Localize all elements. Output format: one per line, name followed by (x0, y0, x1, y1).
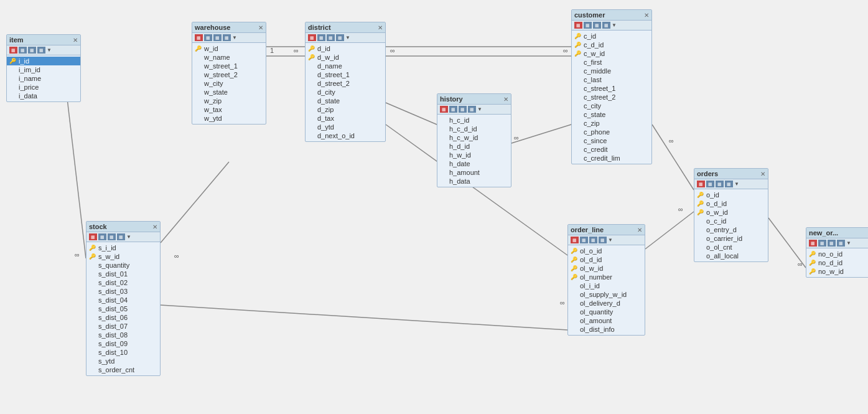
table-close-district[interactable]: ✕ (378, 24, 383, 31)
table-row-item-i_id[interactable]: 🔑i_id (7, 57, 80, 65)
table-row-stock-s_quantity[interactable]: s_quantity (86, 261, 160, 270)
table-row-order_line-ol_amount[interactable]: ol_amount (568, 316, 645, 325)
toolbar-dropdown[interactable]: ▼ (734, 181, 739, 187)
table-header-warehouse[interactable]: warehouse✕ (192, 22, 266, 33)
table-row-history-h_d_id[interactable]: h_d_id (437, 142, 511, 151)
toolbar-dropdown[interactable]: ▼ (608, 237, 613, 243)
table-row-orders-o_c_id[interactable]: o_c_id (694, 217, 768, 225)
table-row-customer-c_since[interactable]: c_since (572, 136, 651, 145)
toolbar-icon-edit[interactable]: ▦ (89, 233, 97, 240)
table-row-customer-c_w_id[interactable]: 🔑c_w_id (572, 49, 651, 58)
table-row-warehouse-w_name[interactable]: w_name (192, 53, 266, 62)
table-row-orders-o_ol_cnt[interactable]: o_ol_cnt (694, 243, 768, 252)
table-row-district-d_city[interactable]: d_city (306, 88, 385, 96)
table-header-customer[interactable]: customer✕ (572, 10, 651, 21)
table-row-orders-o_d_id[interactable]: 🔑o_d_id (694, 199, 768, 208)
toolbar-icon-rows[interactable]: ▦ (468, 106, 476, 113)
toolbar-icon-cols[interactable]: ▦ (459, 106, 467, 113)
toolbar-icon-cols[interactable]: ▦ (28, 47, 36, 54)
table-row-district-d_tax[interactable]: d_tax (306, 114, 385, 123)
table-row-orders-o_entry_d[interactable]: o_entry_d (694, 225, 768, 234)
table-row-district-d_street_1[interactable]: d_street_1 (306, 70, 385, 79)
toolbar-icon-rows[interactable]: ▦ (336, 34, 344, 41)
table-header-district[interactable]: district✕ (306, 22, 385, 33)
toolbar-icon-grid[interactable]: ▦ (449, 106, 457, 113)
toolbar-icon-grid[interactable]: ▦ (818, 240, 826, 247)
table-header-stock[interactable]: stock✕ (86, 222, 160, 232)
table-row-history-h_c_w_id[interactable]: h_c_w_id (437, 133, 511, 142)
table-row-history-h_c_d_id[interactable]: h_c_d_id (437, 125, 511, 133)
table-row-orders-o_all_local[interactable]: o_all_local (694, 252, 768, 260)
table-row-customer-c_last[interactable]: c_last (572, 75, 651, 84)
toolbar-icon-grid[interactable]: ▦ (98, 233, 106, 240)
table-row-history-h_c_id[interactable]: h_c_id (437, 116, 511, 125)
table-row-orders-o_w_id[interactable]: 🔑o_w_id (694, 208, 768, 217)
toolbar-icon-cols[interactable]: ▦ (213, 34, 222, 41)
table-row-customer-c_id[interactable]: 🔑c_id (572, 32, 651, 40)
table-row-history-h_amount[interactable]: h_amount (437, 168, 511, 177)
table-row-warehouse-w_street_1[interactable]: w_street_1 (192, 62, 266, 70)
table-row-history-h_date[interactable]: h_date (437, 159, 511, 168)
toolbar-icon-cols[interactable]: ▦ (593, 22, 601, 29)
toolbar-icon-grid[interactable]: ▦ (706, 181, 714, 187)
toolbar-dropdown[interactable]: ▼ (345, 35, 350, 40)
table-row-district-d_name[interactable]: d_name (306, 62, 385, 70)
table-row-order_line-ol_supply_w_id[interactable]: ol_supply_w_id (568, 290, 645, 299)
table-header-item[interactable]: item✕ (7, 35, 80, 45)
table-row-district-d_w_id[interactable]: 🔑d_w_id (306, 53, 385, 62)
toolbar-icon-edit[interactable]: ▦ (9, 47, 17, 54)
toolbar-icon-grid[interactable]: ▦ (584, 22, 592, 29)
table-row-customer-c_city[interactable]: c_city (572, 101, 651, 110)
table-row-customer-c_state[interactable]: c_state (572, 110, 651, 119)
toolbar-icon-grid[interactable]: ▦ (204, 34, 212, 41)
table-row-customer-c_street_1[interactable]: c_street_1 (572, 84, 651, 93)
table-row-new_order-no_d_id[interactable]: 🔑no_d_id (806, 258, 868, 267)
table-close-customer[interactable]: ✕ (644, 12, 649, 19)
table-row-order_line-ol_number[interactable]: 🔑ol_number (568, 273, 645, 281)
table-row-item-i_im_id[interactable]: i_im_id (7, 65, 80, 74)
table-row-order_line-ol_i_id[interactable]: ol_i_id (568, 281, 645, 290)
table-row-new_order-no_w_id[interactable]: 🔑no_w_id (806, 267, 868, 276)
toolbar-icon-rows[interactable]: ▦ (599, 237, 607, 243)
table-row-district-d_ytd[interactable]: d_ytd (306, 123, 385, 131)
toolbar-dropdown[interactable]: ▼ (477, 106, 482, 112)
table-row-stock-s_dist_08[interactable]: s_dist_08 (86, 331, 160, 339)
table-row-warehouse-w_state[interactable]: w_state (192, 88, 266, 96)
toolbar-dropdown[interactable]: ▼ (612, 22, 617, 28)
table-row-stock-s_dist_06[interactable]: s_dist_06 (86, 313, 160, 322)
table-row-customer-c_first[interactable]: c_first (572, 58, 651, 67)
toolbar-icon-rows[interactable]: ▦ (37, 47, 45, 54)
toolbar-icon-edit[interactable]: ▦ (308, 34, 316, 41)
table-row-order_line-ol_o_id[interactable]: 🔑ol_o_id (568, 247, 645, 255)
table-header-history[interactable]: history✕ (437, 94, 511, 105)
table-row-orders-o_id[interactable]: 🔑o_id (694, 191, 768, 199)
table-row-warehouse-w_zip[interactable]: w_zip (192, 96, 266, 105)
table-row-stock-s_dist_10[interactable]: s_dist_10 (86, 348, 160, 357)
table-row-history-h_w_id[interactable]: h_w_id (437, 151, 511, 159)
toolbar-icon-grid[interactable]: ▦ (317, 34, 325, 41)
table-row-district-d_zip[interactable]: d_zip (306, 105, 385, 114)
table-row-customer-c_street_2[interactable]: c_street_2 (572, 93, 651, 101)
table-row-stock-s_dist_05[interactable]: s_dist_05 (86, 304, 160, 313)
table-row-history-h_data[interactable]: h_data (437, 177, 511, 186)
table-header-orders[interactable]: orders✕ (694, 169, 768, 179)
table-row-stock-s_order_cnt[interactable]: s_order_cnt (86, 365, 160, 374)
toolbar-icon-rows[interactable]: ▦ (837, 240, 845, 247)
table-row-customer-c_credit_lim[interactable]: c_credit_lim (572, 154, 651, 162)
table-row-customer-c_d_id[interactable]: 🔑c_d_id (572, 40, 651, 49)
table-row-new_order-no_o_id[interactable]: 🔑no_o_id (806, 250, 868, 258)
table-row-order_line-ol_d_id[interactable]: 🔑ol_d_id (568, 255, 645, 264)
table-row-item-i_name[interactable]: i_name (7, 74, 80, 83)
table-row-customer-c_credit[interactable]: c_credit (572, 145, 651, 154)
toolbar-icon-rows[interactable]: ▦ (117, 233, 125, 240)
table-row-warehouse-w_ytd[interactable]: w_ytd (192, 114, 266, 123)
table-row-order_line-ol_quantity[interactable]: ol_quantity (568, 308, 645, 316)
table-row-stock-s_dist_01[interactable]: s_dist_01 (86, 270, 160, 278)
table-row-customer-c_zip[interactable]: c_zip (572, 119, 651, 128)
table-row-stock-s_dist_03[interactable]: s_dist_03 (86, 287, 160, 296)
table-close-warehouse[interactable]: ✕ (258, 24, 263, 31)
toolbar-icon-edit[interactable]: ▦ (697, 181, 705, 187)
toolbar-icon-rows[interactable]: ▦ (725, 181, 733, 187)
toolbar-icon-rows[interactable]: ▦ (602, 22, 610, 29)
table-row-order_line-ol_w_id[interactable]: 🔑ol_w_id (568, 264, 645, 273)
